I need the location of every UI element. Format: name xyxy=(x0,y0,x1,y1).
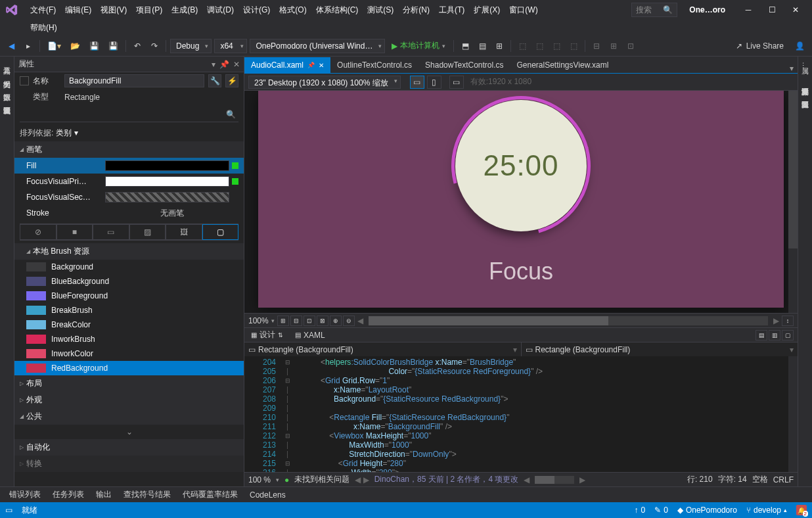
expand-common[interactable]: ⌄ xyxy=(14,425,244,439)
brush-tab-none[interactable]: ⊘ xyxy=(20,224,56,240)
menu-build[interactable]: 生成(B) xyxy=(168,2,202,18)
close-icon[interactable]: ✕ xyxy=(319,62,324,69)
zoom-btn-6[interactable]: ⊖ xyxy=(343,316,355,326)
sort-dropdown[interactable]: 类别 ▾ xyxy=(56,128,78,139)
toolbar-btn-7[interactable]: ⬚ xyxy=(566,39,581,53)
rail-properties-mini[interactable]: 属… xyxy=(800,59,810,72)
tab-code-coverage[interactable]: 代码覆盖率结果 xyxy=(177,487,243,502)
cat-local-brush[interactable]: 本地 Brush 资源 xyxy=(14,243,244,260)
panel-pin-icon[interactable]: 📌 xyxy=(219,60,229,69)
menu-file[interactable]: 文件(F) xyxy=(26,2,60,18)
split-xaml-tab[interactable]: ▤XAML xyxy=(292,329,328,341)
breadcrumb-right[interactable]: ▭ Rectangle (BackgroundFill) ▾ xyxy=(522,342,798,356)
brush-tab-resource[interactable]: ▢ xyxy=(202,224,239,240)
fold-column[interactable]: ⊟│⊟││ │││⊟│ │⊟│ xyxy=(281,356,294,472)
menu-view[interactable]: 视图(V) xyxy=(97,2,131,18)
account-button[interactable]: 👤 xyxy=(792,39,808,53)
tab-codelens[interactable]: CodeLens xyxy=(244,488,291,502)
tab-outlinetext[interactable]: OutlineTextControl.cs xyxy=(330,57,418,73)
config-combo[interactable]: Debug xyxy=(170,39,212,53)
split-design-tab[interactable]: ▦设计⇅ xyxy=(248,328,286,342)
tab-shadowtext[interactable]: ShadowTextControl.cs xyxy=(418,57,510,73)
line-ending[interactable]: CRLF xyxy=(773,475,794,484)
dt-view-1[interactable]: ▭ xyxy=(410,76,424,89)
status-repo[interactable]: ◆OnePomodoro xyxy=(677,506,737,515)
dt-view-3[interactable]: ▭ xyxy=(449,76,464,89)
menu-tools[interactable]: 工具(T) xyxy=(435,2,468,18)
split-v-button[interactable]: ▥ xyxy=(769,330,780,341)
menu-edit[interactable]: 编辑(E) xyxy=(61,2,95,18)
panel-close-icon[interactable]: ✕ xyxy=(233,60,240,69)
zoom-level[interactable]: 100% xyxy=(248,316,269,325)
menu-format[interactable]: 格式(O) xyxy=(275,2,310,18)
zoom-btn-4[interactable]: ⊠ xyxy=(317,316,328,326)
zoom-btn-2[interactable]: ⊟ xyxy=(290,316,302,326)
rail-datasource[interactable]: 数据源 xyxy=(2,85,12,91)
code-zoom[interactable]: 100 % xyxy=(248,475,271,484)
open-button[interactable]: 📂 xyxy=(67,39,83,53)
cat-transform[interactable]: 转换 xyxy=(14,456,244,472)
toolbar-btn-9[interactable]: ⊞ xyxy=(606,39,621,53)
zoom-btn-3[interactable]: ⊡ xyxy=(304,316,315,326)
toolbar-btn-10[interactable]: ⊡ xyxy=(623,39,638,53)
nav-back-button[interactable]: ◀ xyxy=(4,39,18,53)
global-search[interactable]: 搜索 🔍 xyxy=(631,3,677,17)
menu-arch[interactable]: 体系结构(C) xyxy=(312,2,363,18)
brush-focus-secondary[interactable]: FocusVisualSec… xyxy=(14,189,244,205)
dt-view-2[interactable]: ▯ xyxy=(427,76,441,89)
designer-hscroll[interactable] xyxy=(369,316,768,325)
menu-extensions[interactable]: 扩展(X) xyxy=(470,2,504,18)
toolbar-btn-6[interactable]: ⬚ xyxy=(549,39,564,53)
menu-test[interactable]: 测试(S) xyxy=(363,2,397,18)
wrench-button[interactable]: 🔧 xyxy=(208,74,221,87)
insert-mode[interactable]: 空格 xyxy=(752,474,768,485)
res-redbackground[interactable]: RedBackground xyxy=(14,361,244,375)
zoom-btn-7[interactable]: ↕ xyxy=(782,316,794,326)
pin-icon[interactable]: 📌 xyxy=(307,62,315,68)
rail-team-explorer[interactable]: 团队资源管理器 xyxy=(800,93,810,98)
cat-layout[interactable]: 布局 xyxy=(14,375,244,392)
res-breakcolor[interactable]: BreakColor xyxy=(14,318,244,332)
split-full-button[interactable]: ▢ xyxy=(782,330,794,341)
close-button[interactable]: ✕ xyxy=(784,1,807,18)
save-all-button[interactable]: 💾 xyxy=(105,39,122,53)
toolbar-btn-3[interactable]: ⊞ xyxy=(492,39,507,53)
device-combo[interactable]: 23" Desktop (1920 x 1080) 100% 缩放 xyxy=(248,76,401,89)
minimize-button[interactable]: ─ xyxy=(737,1,759,18)
issues-text[interactable]: 未找到相关问题 xyxy=(294,474,350,485)
res-blueforeground[interactable]: BlueForeground xyxy=(14,289,244,303)
live-share-button[interactable]: ↗ Live Share xyxy=(731,41,789,51)
cat-appearance[interactable]: 外观 xyxy=(14,392,244,408)
menu-analyze[interactable]: 分析(N) xyxy=(399,2,434,18)
status-branch[interactable]: ⑂develop▴ xyxy=(746,506,787,515)
cat-brush[interactable]: 画笔 xyxy=(14,141,244,158)
zoom-btn-5[interactable]: ⊕ xyxy=(330,316,342,326)
brush-tab-gradient[interactable]: ▭ xyxy=(93,224,129,240)
tab-audiocall[interactable]: AudioCall.xaml 📌 ✕ xyxy=(244,57,330,73)
toolbar-btn-5[interactable]: ⬚ xyxy=(532,39,547,53)
blame-info[interactable]: DinoChan，85 天前 | 2 名作者，4 项更改 xyxy=(374,474,519,485)
res-background[interactable]: Background xyxy=(14,260,244,274)
toolbar-btn-2[interactable]: ▤ xyxy=(475,39,489,53)
brush-focus-primary[interactable]: FocusVisualPri… xyxy=(14,174,244,189)
design-canvas[interactable]: 25:00 Focus xyxy=(258,91,784,308)
zoom-btn-1[interactable]: ⊞ xyxy=(277,316,289,326)
designer-surface[interactable]: 25:00 Focus xyxy=(244,91,798,313)
rail-testexplorer[interactable]: 测试资源管理器 xyxy=(2,99,12,104)
toolbar-btn-4[interactable]: ⬚ xyxy=(515,39,530,53)
brush-tab-image[interactable]: 🖼 xyxy=(166,224,202,240)
code-editor[interactable]: 204205206 207208209 210211212 213214215 … xyxy=(244,356,798,472)
code-content[interactable]: <helpers:SolidColorBrushBridge x:Name="B… xyxy=(294,356,788,472)
tab-task-list[interactable]: 任务列表 xyxy=(47,487,89,502)
properties-search[interactable] xyxy=(20,107,238,122)
toolbar-btn-8[interactable]: ⊟ xyxy=(589,39,604,53)
tab-error-list[interactable]: 错误列表 xyxy=(4,487,46,502)
tab-output[interactable]: 输出 xyxy=(91,487,117,502)
designer-scrollbar[interactable] xyxy=(788,91,798,313)
status-changes[interactable]: ✎0 xyxy=(654,506,668,515)
name-checkbox[interactable] xyxy=(20,76,29,85)
rail-docoutline[interactable]: 文档大纲 xyxy=(2,72,12,78)
code-hscroll[interactable] xyxy=(535,476,574,484)
nav-fwd-button[interactable]: ▸ xyxy=(21,39,35,53)
menu-project[interactable]: 项目(P) xyxy=(132,2,166,18)
